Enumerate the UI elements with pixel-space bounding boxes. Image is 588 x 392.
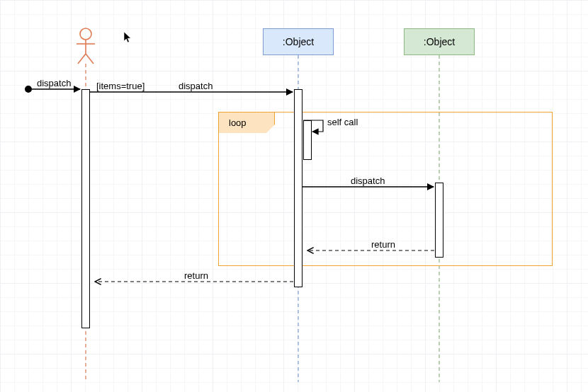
object-box-2[interactable]: :Object bbox=[404, 28, 475, 55]
loop-tab[interactable]: loop bbox=[218, 112, 275, 133]
activation-actor[interactable] bbox=[81, 89, 90, 328]
label-self-call: self call bbox=[327, 117, 358, 127]
object-label-2: :Object bbox=[424, 36, 455, 47]
svg-line-4 bbox=[86, 54, 94, 64]
label-initial-dispatch: dispatch bbox=[37, 78, 71, 88]
svg-line-3 bbox=[78, 54, 86, 64]
activation-object2[interactable] bbox=[435, 183, 443, 258]
actor-icon[interactable] bbox=[77, 28, 95, 64]
svg-point-0 bbox=[80, 28, 91, 40]
label-guard: [items=true] bbox=[96, 81, 145, 91]
cursor-icon bbox=[123, 31, 133, 44]
label-dispatch-1: dispatch bbox=[179, 81, 213, 91]
activation-object1-self[interactable] bbox=[303, 120, 312, 160]
activation-object1[interactable] bbox=[294, 89, 303, 287]
object-label-1: :Object bbox=[283, 36, 314, 47]
label-dispatch-2: dispatch bbox=[351, 175, 385, 186]
label-return-1: return bbox=[371, 239, 395, 250]
label-return-2: return bbox=[184, 270, 208, 281]
loop-label: loop bbox=[229, 117, 247, 128]
found-message-origin bbox=[25, 86, 32, 93]
object-box-1[interactable]: :Object bbox=[263, 28, 334, 55]
